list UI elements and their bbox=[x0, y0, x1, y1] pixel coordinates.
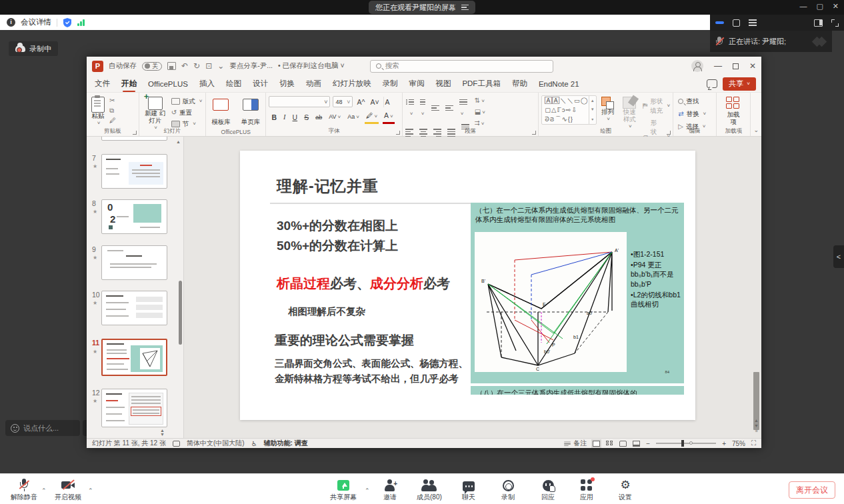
strike-ab-button[interactable]: ab bbox=[314, 112, 323, 123]
clipboard-dialog-launcher-icon[interactable] bbox=[133, 131, 137, 135]
collapse-ribbon-icon[interactable]: ⌄ bbox=[751, 93, 761, 136]
change-case-button[interactable]: Aa bbox=[346, 111, 361, 123]
network-signal-icon[interactable] bbox=[77, 19, 85, 26]
slide-8-thumbnail[interactable]: 0 2 bbox=[101, 199, 167, 234]
shapes-row-2[interactable]: ▢△ℾↄ⇨⇩ bbox=[545, 105, 589, 115]
drawing-dialog-launcher-icon[interactable] bbox=[667, 131, 671, 135]
grow-font-button[interactable]: A^ bbox=[355, 97, 366, 107]
slide-11-thumbnail-selected[interactable] bbox=[101, 339, 167, 376]
shapes-more-icon[interactable]: ▾ bbox=[591, 117, 593, 121]
new-slide-button[interactable]: 新建 幻灯片 bbox=[142, 95, 169, 132]
slide-nav-arrows[interactable]: ▲▼≡ bbox=[753, 418, 759, 434]
leave-meeting-button[interactable]: 离开会议 bbox=[789, 481, 835, 499]
panel-collapse-tab[interactable]: < bbox=[833, 245, 844, 268]
layout-icon[interactable] bbox=[733, 19, 740, 27]
minimize-icon[interactable]: — bbox=[799, 2, 807, 11]
security-shield-icon[interactable] bbox=[63, 18, 72, 27]
cut-icon[interactable]: ✂ bbox=[109, 97, 116, 105]
account-avatar[interactable] bbox=[691, 60, 703, 72]
unmute-button[interactable]: 解除静音 ⌃ bbox=[11, 478, 37, 502]
line-spacing-button[interactable] bbox=[459, 97, 467, 118]
menu-icon[interactable] bbox=[461, 5, 469, 10]
highlight-color-button[interactable]: 🖉 bbox=[365, 110, 379, 124]
slide-9-thumbnail[interactable] bbox=[101, 245, 167, 280]
italic-button[interactable]: I bbox=[282, 112, 287, 123]
format-painter-icon[interactable]: 🖉 bbox=[109, 117, 116, 125]
tab-endnote[interactable]: EndNote 21 bbox=[539, 80, 579, 88]
align-text-icon[interactable]: ⬓ bbox=[475, 108, 485, 117]
tab-record[interactable]: 录制 bbox=[382, 79, 397, 89]
increase-indent-button[interactable] bbox=[445, 103, 453, 112]
zoom-slider[interactable] bbox=[656, 443, 716, 444]
slideshow-view-icon[interactable] bbox=[633, 441, 640, 447]
mic-options-caret[interactable]: ⌃ bbox=[41, 487, 47, 494]
quick-access-caret-icon[interactable]: ⌄ bbox=[217, 61, 224, 71]
camera-options-caret[interactable]: ⌃ bbox=[88, 487, 93, 494]
shapes-gallery[interactable]: 🄰🄰＼＼▭◯ ▢△ℾↄ⇨⇩ ᘐϨ⌒∿{} ▲▼▾ bbox=[541, 95, 597, 125]
shapes-scroll-up-icon[interactable]: ▲ bbox=[591, 99, 595, 103]
slide-sorter-view-icon[interactable] bbox=[606, 441, 613, 447]
undo-icon[interactable]: ↶ bbox=[181, 61, 188, 71]
reset-button[interactable]: ↺重置 bbox=[171, 108, 203, 117]
numbering-button[interactable] bbox=[420, 97, 425, 118]
invite-button[interactable]: + 邀请 bbox=[383, 478, 397, 502]
normal-view-icon[interactable] bbox=[593, 441, 600, 447]
tab-animations[interactable]: 动画 bbox=[306, 79, 321, 89]
active-speaker-panel[interactable]: 正在讲话: 尹耀阳; bbox=[710, 31, 832, 52]
record-button[interactable]: 录制 bbox=[501, 478, 515, 502]
slideshow-from-start-icon[interactable]: ⊡ bbox=[205, 61, 212, 71]
clear-formatting-button[interactable]: A bbox=[383, 97, 391, 107]
zoom-slider-thumb[interactable] bbox=[681, 440, 684, 447]
character-spacing-button[interactable]: AV bbox=[327, 111, 342, 123]
tab-pdftools[interactable]: PDF工具箱 bbox=[462, 79, 501, 89]
arrange-button[interactable]: 排列 bbox=[599, 95, 617, 123]
maximize-icon[interactable]: ▢ bbox=[816, 2, 823, 11]
copy-icon[interactable]: ⧉ bbox=[109, 107, 116, 115]
tab-home[interactable]: 开始 bbox=[121, 79, 137, 89]
chat-button[interactable]: 聊天 bbox=[462, 478, 475, 502]
share-options-caret[interactable]: ⌃ bbox=[365, 487, 370, 494]
fullscreen-icon[interactable] bbox=[831, 19, 839, 27]
template-library-button[interactable]: 模板库 bbox=[209, 97, 233, 127]
addins-button[interactable]: 加载项 bbox=[724, 95, 743, 127]
ppt-restore-icon[interactable] bbox=[733, 63, 739, 69]
tab-slideshow[interactable]: 幻灯片放映 bbox=[333, 79, 371, 89]
tab-view[interactable]: 视图 bbox=[435, 79, 451, 89]
accessibility-checker-icon[interactable] bbox=[173, 441, 180, 447]
slide-12-thumbnail[interactable] bbox=[101, 389, 167, 427]
font-dialog-launcher-icon[interactable] bbox=[396, 131, 400, 135]
notes-button[interactable]: 备注 bbox=[563, 439, 587, 448]
font-size-select[interactable]: 48˅ bbox=[333, 96, 353, 107]
quick-chat-input[interactable]: 说点什么... bbox=[5, 420, 80, 436]
tab-file[interactable]: 文件 bbox=[95, 79, 110, 89]
ppt-close-icon[interactable]: ✕ bbox=[749, 61, 756, 71]
tab-help[interactable]: 帮助 bbox=[512, 79, 527, 89]
thumb-scroll-up-icon[interactable]: ▲ bbox=[176, 139, 181, 144]
strikethrough-button[interactable]: S bbox=[303, 112, 310, 123]
save-icon[interactable] bbox=[167, 62, 176, 70]
autosave-toggle[interactable]: 关 bbox=[142, 62, 162, 71]
saved-status[interactable]: • 已保存到这台电脑 ˅ bbox=[278, 61, 345, 71]
info-icon[interactable]: i bbox=[7, 18, 15, 27]
reading-view-icon[interactable] bbox=[619, 441, 627, 447]
zoom-in-icon[interactable]: + bbox=[722, 440, 726, 447]
current-slide[interactable]: 理解-记忆并重 30%+的分数在相图上 50%+的分数在计算上 析晶过程必考、成… bbox=[240, 151, 695, 420]
tab-transitions[interactable]: 切换 bbox=[279, 79, 295, 89]
slide-7-thumbnail[interactable] bbox=[101, 154, 167, 189]
redo-icon[interactable]: ↻ bbox=[193, 61, 200, 71]
reactions-button[interactable]: 回应 bbox=[541, 478, 555, 502]
tab-review[interactable]: 审阅 bbox=[409, 79, 424, 89]
zoom-out-icon[interactable]: − bbox=[646, 440, 650, 447]
tab-design[interactable]: 设计 bbox=[253, 79, 268, 89]
ppt-minimize-icon[interactable]: — bbox=[714, 61, 722, 71]
accessibility-status[interactable]: 辅助功能: 调查 bbox=[264, 439, 308, 448]
collapse-panel-icon[interactable] bbox=[715, 21, 724, 24]
quick-styles-button[interactable]: 快速样式 bbox=[619, 95, 640, 131]
apps-button[interactable]: 应用 bbox=[580, 478, 593, 502]
close-icon[interactable]: ✕ bbox=[833, 2, 839, 11]
layout-button[interactable]: 版式 bbox=[171, 97, 203, 106]
watching-screen-pill[interactable]: 您正在观看尹耀阳的屏幕 bbox=[369, 1, 475, 14]
recording-badge[interactable]: 录制中 bbox=[9, 41, 58, 56]
tab-draw[interactable]: 绘图 bbox=[226, 79, 241, 89]
fit-to-window-icon[interactable]: ⛶ bbox=[751, 439, 756, 447]
